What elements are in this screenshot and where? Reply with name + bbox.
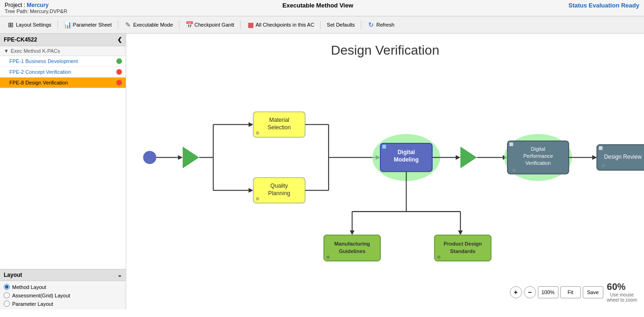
layout-radio-assessment[interactable]	[4, 292, 10, 298]
status-label: Status	[568, 2, 587, 9]
workflow-diagram: Material Selection ⚙ Quality Planning ⚙ …	[126, 34, 644, 310]
project-link[interactable]: Mercury	[27, 2, 49, 8]
split-gate	[183, 147, 199, 168]
pds-label1: Product Design	[444, 241, 482, 247]
layout-settings-icon: ⊞	[7, 21, 14, 28]
expand-icon: ▼	[4, 48, 9, 54]
material-selection-label: Material	[269, 117, 289, 123]
parameter-sheet-icon: 📊	[64, 21, 72, 28]
set-defaults-button[interactable]: Set Defaults	[323, 20, 358, 29]
dpv-icon	[509, 142, 513, 146]
sidebar-header: FPE-CK4522 ❮	[0, 34, 126, 46]
dpv-label2: Performance	[523, 153, 553, 159]
material-icon: ⚙	[256, 131, 259, 135]
zoom-controls: + − 100% Fit Save 60% Use mousewheel to …	[510, 282, 637, 303]
quality-planning-label: Quality	[271, 183, 289, 189]
separator-3	[179, 21, 179, 29]
header-left: Project : Mercury Tree Path: Mercury.DVP…	[5, 2, 67, 14]
sidebar-collapse-icon[interactable]: ❮	[117, 36, 122, 43]
arrowhead-material	[249, 122, 253, 127]
header: Project : Mercury Tree Path: Mercury.DVP…	[0, 0, 644, 16]
project-label: Project :	[5, 2, 25, 8]
sidebar-section-label: ▼ Exec Method K-PACs	[0, 46, 126, 56]
quality-icon: ⚙	[256, 197, 259, 201]
all-checkpoints-icon: ▦	[247, 21, 254, 28]
dpv-label3: Verification	[525, 160, 551, 166]
dr-tag: ⚙	[601, 163, 605, 168]
parameter-sheet-button[interactable]: 📊 Parameter Sheet	[61, 19, 115, 30]
status-dot-red-2	[116, 80, 122, 85]
checkpoint-gantt-button[interactable]: 📅 Checkpoint Gantt	[182, 19, 237, 30]
project-line: Project : Mercury	[5, 2, 67, 8]
dr-label: Design Review	[604, 154, 642, 160]
separator-5	[320, 21, 321, 29]
arrowhead-pds	[458, 230, 463, 235]
layout-collapse-icon: ⌄	[117, 272, 122, 278]
mg-label2: Guidelines	[339, 248, 365, 254]
layout-option-parameter[interactable]: Parameter Layout	[4, 301, 122, 307]
dm-icon	[382, 145, 386, 148]
layout-option-assessment[interactable]: Assessment(Grid) Layout	[4, 292, 122, 298]
refresh-icon: ↻	[367, 21, 375, 28]
status-value: Evaluation Ready	[589, 2, 639, 9]
main-layout: FPE-CK4522 ❮ ▼ Exec Method K-PACs FPE-1 …	[0, 34, 644, 310]
zoom-hint: Use mousewheel to zoom	[607, 292, 637, 303]
layout-radio-parameter[interactable]	[4, 301, 10, 307]
zoom-fit-button[interactable]: Fit	[560, 286, 581, 298]
status-dot-green	[116, 58, 122, 64]
header-center-title: Executable Method View	[282, 2, 353, 9]
toolbar: ⊞ Layout Settings 📊 Parameter Sheet ✎ Ex…	[0, 16, 644, 34]
sidebar-item-fpe1[interactable]: FPE-1 Business Development	[0, 56, 126, 67]
zoom-out-button[interactable]: −	[524, 286, 536, 298]
mg-tag: ⚙	[326, 255, 330, 260]
zoom-save-button[interactable]: Save	[583, 286, 603, 298]
refresh-button[interactable]: ↻ Refresh	[364, 19, 398, 30]
sidebar-content: ▼ Exec Method K-PACs FPE-1 Business Deve…	[0, 46, 126, 269]
sidebar-project-id: FPE-CK4522	[4, 36, 37, 43]
quality-planning-label2: Planning	[268, 190, 290, 197]
layout-radio-method[interactable]	[4, 284, 10, 290]
tree-path: Tree Path: Mercury.DVP&R	[5, 8, 67, 14]
arrowhead-quality	[249, 188, 253, 193]
pds-tag: ⚙	[437, 255, 441, 260]
zoom-100-button[interactable]: 100%	[538, 286, 558, 298]
header-status: Status Evaluation Ready	[568, 2, 639, 9]
sidebar: FPE-CK4522 ❮ ▼ Exec Method K-PACs FPE-1 …	[0, 34, 126, 310]
layout-options: Method Layout Assessment(Grid) Layout Pa…	[0, 281, 126, 310]
arrowhead-gate2	[456, 155, 460, 160]
separator-4	[240, 21, 241, 29]
layout-panel: Layout ⌄ Method Layout Assessment(Grid) …	[0, 269, 126, 310]
separator-2	[118, 21, 118, 29]
zoom-percent: 60%	[607, 282, 637, 292]
executable-mode-icon: ✎	[124, 21, 132, 28]
sidebar-item-fpe2[interactable]: FPE-2 Concept Verification	[0, 67, 126, 77]
sidebar-item-fpe8[interactable]: FPE-8 Design Verification	[0, 77, 126, 88]
merge-gate	[460, 147, 477, 168]
dr-icon	[599, 146, 602, 150]
layout-panel-title: Layout	[4, 272, 22, 278]
canvas-area: Design Verification Material Selection ⚙	[126, 34, 644, 310]
layout-option-method[interactable]: Method Layout	[4, 284, 122, 290]
pds-label2: Standards	[450, 248, 475, 254]
dpv-tag: ⚙	[512, 168, 516, 173]
dpv-label1: Digital	[531, 146, 545, 152]
arrowhead-start	[178, 155, 183, 160]
all-checkpoints-button[interactable]: ▦ All Checkpoints in this AC	[243, 19, 317, 30]
mg-label1: Manufacturing	[334, 241, 370, 247]
dm-label2: Modeling	[394, 156, 419, 163]
start-node	[143, 151, 156, 164]
separator-6	[361, 21, 361, 29]
layout-panel-header[interactable]: Layout ⌄	[0, 269, 126, 281]
executable-mode-button[interactable]: ✎ Executable Mode	[121, 19, 176, 30]
checkpoint-gantt-icon: 📅	[186, 21, 193, 28]
layout-settings-button[interactable]: ⊞ Layout Settings	[4, 19, 55, 30]
zoom-in-button[interactable]: +	[510, 286, 522, 298]
separator-1	[57, 21, 58, 29]
dm-label1: Digital	[398, 149, 415, 155]
arrowhead-dr	[592, 155, 597, 160]
material-selection-label2: Selection	[268, 124, 291, 131]
arrowhead-mg	[350, 230, 354, 235]
status-dot-red-1	[116, 69, 122, 75]
